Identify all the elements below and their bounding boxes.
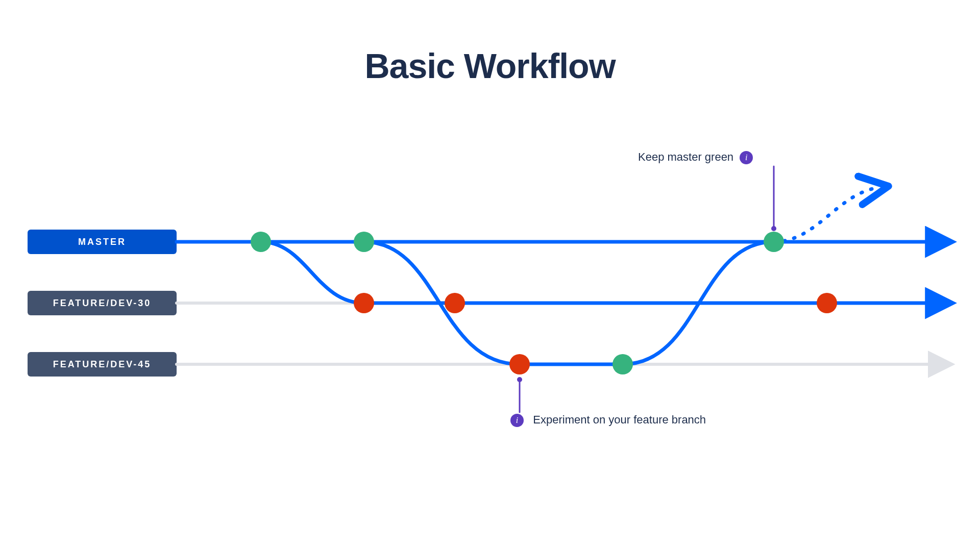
commit-d45b — [612, 354, 633, 374]
callout-dot-bottom — [517, 377, 522, 382]
diagram-stage: Basic Workflow MASTER FEATURE/DEV-30 FEA… — [0, 0, 980, 551]
commit-d30b — [445, 293, 465, 313]
commit-m2 — [354, 232, 374, 252]
workflow-svg — [0, 0, 980, 551]
commit-d30a — [354, 293, 374, 313]
edge-m1-d30a — [261, 242, 364, 303]
edge-dotted-future — [774, 188, 878, 242]
callout-dot-top — [771, 226, 776, 231]
commit-d30c — [817, 293, 837, 313]
commit-m3 — [764, 232, 784, 252]
commit-d45a — [509, 354, 530, 374]
commit-m1 — [251, 232, 271, 252]
